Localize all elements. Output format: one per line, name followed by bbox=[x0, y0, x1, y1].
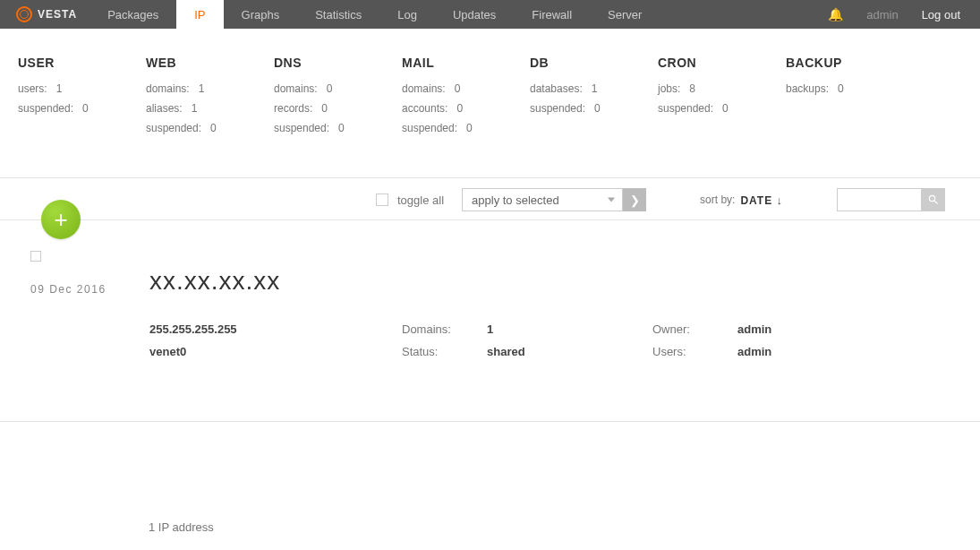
interface-row: venet0 bbox=[149, 345, 402, 358]
stat-line: domains:0 bbox=[274, 82, 402, 95]
stat-db[interactable]: DB databases:1 suspended:0 bbox=[530, 56, 658, 142]
toggle-all-label[interactable]: toggle all bbox=[397, 193, 444, 207]
bulk-action-go-button[interactable]: ❯ bbox=[623, 188, 646, 211]
toggle-all-checkbox[interactable] bbox=[376, 193, 388, 206]
stat-line: backups:0 bbox=[786, 82, 914, 95]
stat-line: databases:1 bbox=[530, 82, 658, 95]
stat-line: domains:1 bbox=[146, 82, 274, 95]
stat-title: WEB bbox=[146, 56, 274, 70]
logout-link[interactable]: Log out bbox=[922, 8, 960, 21]
search-group bbox=[837, 188, 945, 211]
stat-line: accounts:0 bbox=[402, 102, 530, 115]
search-input[interactable] bbox=[837, 188, 922, 211]
stats-row: USER users:1 suspended:0 WEB domains:1 a… bbox=[0, 29, 980, 177]
bulk-action-select[interactable]: apply to selected bbox=[462, 188, 623, 211]
nav-right: 🔔 admin Log out bbox=[828, 0, 980, 29]
nav-statistics[interactable]: Statistics bbox=[297, 0, 379, 29]
stat-line: suspended:0 bbox=[530, 102, 658, 115]
item-details: 255.255.255.255 venet0 Domains:1 Status:… bbox=[149, 322, 962, 367]
bell-icon[interactable]: 🔔 bbox=[828, 7, 843, 21]
stat-line: aliases:1 bbox=[146, 102, 274, 115]
stat-line: suspended:0 bbox=[146, 122, 274, 134]
status-row: Status:shared bbox=[402, 345, 652, 358]
logo-icon bbox=[16, 6, 32, 22]
stat-title: USER bbox=[18, 56, 146, 70]
stat-dns[interactable]: DNS domains:0 records:0 suspended:0 bbox=[274, 56, 402, 142]
item-checkbox[interactable] bbox=[30, 251, 41, 262]
arrow-down-icon: ↓ bbox=[777, 193, 784, 207]
stat-line: suspended:0 bbox=[402, 122, 530, 134]
netmask-row: 255.255.255.255 bbox=[149, 322, 402, 336]
stat-line: jobs:8 bbox=[658, 82, 786, 95]
stat-line: domains:0 bbox=[402, 82, 530, 95]
domains-row: Domains:1 bbox=[402, 322, 652, 336]
ip-listing: 09 Dec 2016 xx.xx.xx.xx 255.255.255.255 … bbox=[0, 220, 980, 367]
search-button[interactable] bbox=[922, 188, 945, 211]
toolbar: + toggle all apply to selected ❯ sort by… bbox=[0, 177, 980, 220]
bulk-action-value: apply to selected bbox=[472, 193, 559, 207]
users-row: Users:admin bbox=[652, 345, 903, 358]
stat-title: MAIL bbox=[402, 56, 530, 70]
nav-packages[interactable]: Packages bbox=[89, 0, 176, 29]
nav-items: Packages IP Graphs Statistics Log Update… bbox=[89, 0, 660, 29]
footer-count: 1 IP address bbox=[0, 422, 980, 534]
stat-user[interactable]: USER users:1 suspended:0 bbox=[18, 56, 146, 142]
ip-item[interactable]: xx.xx.xx.xx 255.255.255.255 venet0 Domai… bbox=[149, 251, 962, 367]
stat-line: users:1 bbox=[18, 82, 146, 95]
sort-group: sort by: DATE ↓ bbox=[700, 193, 783, 207]
nav-firewall[interactable]: Firewall bbox=[514, 0, 590, 29]
item-date: 09 Dec 2016 bbox=[30, 283, 107, 296]
logo[interactable]: VESTA bbox=[0, 0, 89, 29]
stat-line: suspended:0 bbox=[658, 102, 786, 115]
sort-label: sort by: bbox=[700, 193, 735, 206]
stat-cron[interactable]: CRON jobs:8 suspended:0 bbox=[658, 56, 786, 142]
nav-updates[interactable]: Updates bbox=[435, 0, 514, 29]
stat-line: records:0 bbox=[274, 102, 402, 115]
bulk-action-group: apply to selected ❯ bbox=[462, 188, 646, 211]
stat-mail[interactable]: MAIL domains:0 accounts:0 suspended:0 bbox=[402, 56, 530, 142]
sort-button[interactable]: DATE ↓ bbox=[740, 193, 783, 207]
chevron-down-icon bbox=[608, 198, 615, 202]
nav-graphs[interactable]: Graphs bbox=[224, 0, 298, 29]
search-icon bbox=[927, 193, 940, 206]
stat-web[interactable]: WEB domains:1 aliases:1 suspended:0 bbox=[146, 56, 274, 142]
stat-title: DB bbox=[530, 56, 658, 70]
brand-text: VESTA bbox=[38, 8, 77, 21]
stat-title: CRON bbox=[658, 56, 786, 70]
nav-ip[interactable]: IP bbox=[176, 0, 223, 29]
nav-server[interactable]: Server bbox=[590, 0, 660, 29]
owner-row: Owner:admin bbox=[652, 322, 903, 336]
ip-address: xx.xx.xx.xx bbox=[149, 251, 962, 296]
nav-log[interactable]: Log bbox=[379, 0, 435, 29]
current-user[interactable]: admin bbox=[866, 8, 898, 21]
stat-line: suspended:0 bbox=[18, 102, 146, 115]
top-nav: VESTA Packages IP Graphs Statistics Log … bbox=[0, 0, 980, 29]
stat-title: BACKUP bbox=[786, 56, 914, 70]
stat-line: suspended:0 bbox=[274, 122, 402, 134]
toggle-all-group: toggle all bbox=[376, 193, 444, 207]
stat-backup[interactable]: BACKUP backups:0 bbox=[786, 56, 914, 142]
stat-title: DNS bbox=[274, 56, 402, 70]
chevron-right-icon: ❯ bbox=[630, 193, 640, 207]
